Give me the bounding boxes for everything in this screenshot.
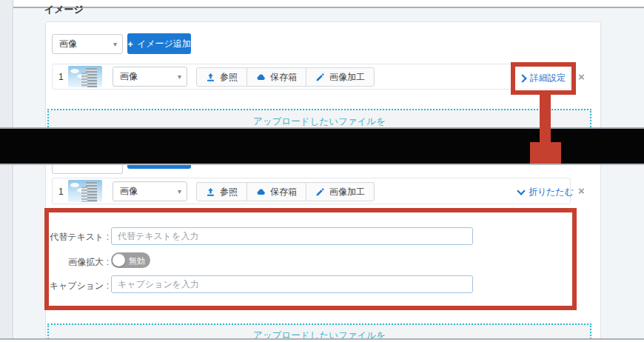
caption-label: キャプション : [30, 280, 109, 292]
pencil-icon [315, 73, 325, 82]
upload-icon [206, 73, 215, 82]
detail-settings-label: 詳細設定 [530, 72, 566, 84]
chevron-down-icon [517, 187, 525, 195]
row-index: 1 [58, 187, 64, 197]
toggle-knob [113, 254, 125, 266]
chevron-right-icon [518, 74, 526, 82]
image-type-select-partial[interactable] [52, 165, 123, 174]
row-action-buttons: 参照 保存箱 画像加工 [196, 67, 375, 87]
cloud-icon [256, 187, 266, 197]
window-left-edge [0, 0, 13, 339]
storage-box-button-label: 保存箱 [270, 186, 297, 198]
image-edit-button-label: 画像加工 [329, 186, 365, 198]
row-index: 1 [58, 72, 64, 82]
browse-button[interactable]: 参照 [196, 182, 247, 201]
select-value: 画像 [120, 70, 138, 83]
window-bottom-border [0, 338, 644, 340]
select-value: 画像 [120, 185, 138, 198]
image-type-select[interactable]: 画像 ▾ [52, 34, 123, 54]
storage-box-button-label: 保存箱 [270, 71, 297, 84]
browse-button-label: 参照 [220, 186, 238, 198]
arrow-head [530, 142, 561, 164]
add-image-button[interactable]: + イメージ追加 [127, 33, 191, 54]
image-thumbnail [68, 180, 102, 202]
alt-text-label: 代替テキスト : [30, 231, 109, 244]
storage-box-button[interactable]: 保存箱 [246, 67, 306, 87]
upload-dropzone[interactable]: アップロードしたいファイルを [47, 323, 591, 339]
caret-down-icon: ▾ [178, 188, 181, 195]
row-image-type-select[interactable]: 画像 ▾ [113, 181, 187, 201]
caption-input[interactable] [111, 275, 473, 293]
upload-dropzone-text: アップロードしたいファイルを [49, 115, 590, 128]
alt-text-input[interactable] [111, 227, 473, 245]
caret-down-icon: ▾ [178, 73, 181, 81]
remove-row-button[interactable]: × [578, 185, 585, 196]
select-value: 画像 [59, 38, 77, 50]
storage-box-button[interactable]: 保存箱 [246, 182, 306, 201]
pencil-icon [315, 187, 325, 197]
remove-row-button[interactable]: × [578, 71, 585, 82]
plus-icon: + [127, 39, 133, 49]
row-image-type-select[interactable]: 画像 ▾ [113, 67, 187, 87]
image-zoom-toggle[interactable]: 無効 [111, 252, 150, 268]
collapse-label: 折りたたむ [529, 186, 574, 198]
browse-button[interactable]: 参照 [196, 67, 247, 87]
image-zoom-label: 画像拡大 : [30, 256, 109, 269]
toggle-state-label: 無効 [129, 255, 145, 266]
image-edit-button[interactable]: 画像加工 [306, 67, 375, 87]
caret-down-icon: ▾ [113, 41, 117, 48]
section-title: イメージ [44, 3, 84, 16]
image-thumbnail [68, 66, 102, 87]
arrow-stem [540, 93, 551, 142]
image-edit-button-label: 画像加工 [329, 71, 365, 84]
image-edit-button[interactable]: 画像加工 [306, 182, 375, 201]
upload-dropzone[interactable]: アップロードしたいファイルを [47, 109, 591, 130]
add-image-button-partial[interactable] [127, 165, 191, 169]
upload-dropzone-text: アップロードしたいファイルを [49, 329, 590, 342]
add-image-button-label: イメージ追加 [137, 38, 191, 50]
collapse-link[interactable]: 折りたたむ [518, 186, 574, 198]
upload-icon [206, 187, 215, 197]
cloud-icon [256, 73, 266, 82]
screenshot-root: イメージ 画像 ▾ + イメージ追加 1 画像 ▾ 参照 保存箱 画像加工 [0, 0, 644, 342]
detail-settings-link[interactable]: 詳細設定 [520, 72, 566, 84]
browse-button-label: 参照 [220, 71, 238, 84]
row-action-buttons: 参照 保存箱 画像加工 [196, 182, 375, 201]
